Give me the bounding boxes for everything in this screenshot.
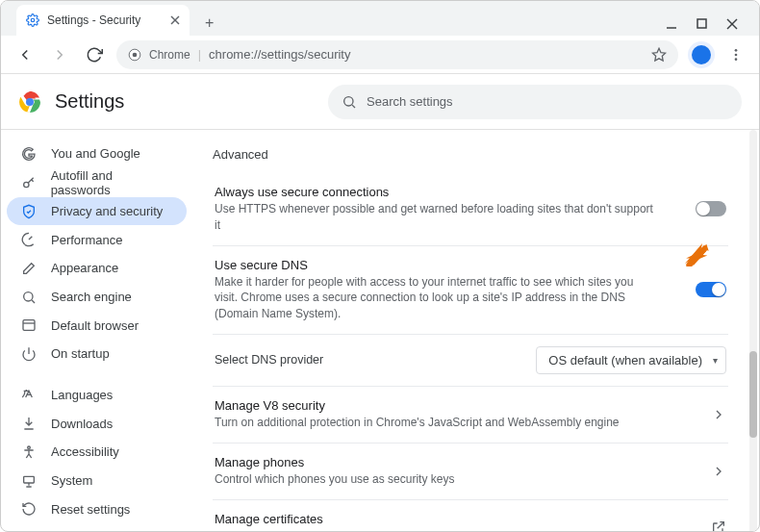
chevron-right-icon xyxy=(711,407,726,422)
sidebar-item-label: Search engine xyxy=(51,290,132,304)
close-tab-icon[interactable] xyxy=(170,15,180,25)
row-always-secure-connections: Always use secure connections Use HTTPS … xyxy=(213,173,728,246)
row-description: Manage HTTPS/SSL certificates and settin… xyxy=(215,528,445,532)
search-settings-input[interactable]: Search settings xyxy=(328,85,742,119)
section-heading-advanced: Advanced xyxy=(213,147,728,162)
bookmark-star-icon[interactable] xyxy=(651,47,667,63)
browser-toolbar: Chrome | chrome://settings/security xyxy=(1,36,759,74)
row-select-dns-provider: Select DNS provider OS default (when ava… xyxy=(213,335,728,387)
profile-avatar[interactable] xyxy=(688,41,715,68)
speedometer-icon xyxy=(20,232,38,247)
chevron-right-icon xyxy=(711,464,726,479)
row-title: Always use secure connections xyxy=(215,185,657,199)
sidebar-item-label: Performance xyxy=(51,233,122,247)
sidebar-item-label: Default browser xyxy=(51,318,139,333)
row-description: Control which phones you use as security… xyxy=(215,471,454,488)
sidebar-item-default-browser[interactable]: Default browser xyxy=(7,311,187,340)
sidebar-item-performance[interactable]: Performance xyxy=(7,225,187,254)
row-description: Use HTTPS whenever possible and get warn… xyxy=(215,201,657,234)
toggle-always-secure-connections[interactable] xyxy=(696,201,726,216)
svg-point-24 xyxy=(28,446,31,449)
content-scrollbar[interactable] xyxy=(747,130,759,532)
download-icon xyxy=(20,416,38,431)
toggle-use-secure-dns[interactable] xyxy=(696,282,726,297)
back-button[interactable] xyxy=(13,42,38,67)
row-title: Manage V8 security xyxy=(215,398,620,413)
search-icon xyxy=(20,290,38,305)
omnibox-url: chrome://settings/security xyxy=(209,47,350,62)
chrome-logo-icon xyxy=(18,90,41,114)
browser-tab[interactable]: Settings - Security xyxy=(16,5,190,36)
settings-header: Settings Search settings xyxy=(1,74,759,130)
sidebar-item-label: Languages xyxy=(51,388,113,402)
row-description: Make it harder for people with access to… xyxy=(215,274,657,322)
sidebar-item-appearance[interactable]: Appearance xyxy=(7,254,187,283)
sidebar-item-you-and-google[interactable]: You and Google xyxy=(7,139,187,168)
row-title: Manage certificates xyxy=(215,512,445,526)
browser-icon xyxy=(20,317,38,333)
svg-rect-21 xyxy=(23,320,35,331)
search-icon xyxy=(342,94,357,110)
sidebar-item-label: You and Google xyxy=(51,146,140,161)
svg-point-12 xyxy=(735,58,738,61)
title-bar: Settings - Security + xyxy=(1,1,759,36)
address-bar[interactable]: Chrome | chrome://settings/security xyxy=(116,40,678,69)
sidebar-item-search-engine[interactable]: Search engine xyxy=(7,283,187,312)
page-title: Settings xyxy=(55,90,124,113)
sidebar-item-privacy-security[interactable]: Privacy and security xyxy=(7,197,187,226)
sidebar-item-reset-settings[interactable]: Reset settings xyxy=(7,494,187,523)
tab-title: Settings - Security xyxy=(47,13,140,27)
sidebar-item-on-startup[interactable]: On startup xyxy=(7,340,187,368)
google-g-icon xyxy=(20,146,38,162)
sidebar-item-label: System xyxy=(51,473,92,488)
dns-provider-select[interactable]: OS default (when available) xyxy=(536,346,726,374)
shield-icon xyxy=(20,204,38,219)
row-label: Select DNS provider xyxy=(215,353,323,367)
sidebar-item-languages[interactable]: Languages xyxy=(7,381,187,410)
sidebar-item-label: Privacy and security xyxy=(51,204,163,218)
svg-point-11 xyxy=(735,53,738,56)
power-icon xyxy=(20,346,38,362)
settings-content: Advanced Always use secure connections U… xyxy=(193,130,747,532)
language-icon xyxy=(20,388,38,403)
sidebar-item-accessibility[interactable]: Accessibility xyxy=(7,438,187,467)
close-window-button[interactable] xyxy=(726,18,738,30)
palette-icon xyxy=(20,261,38,276)
sidebar-item-label: Reset settings xyxy=(51,502,130,517)
svg-point-16 xyxy=(344,96,353,105)
row-description: Turn on additional protection in Chrome'… xyxy=(215,415,620,431)
svg-point-19 xyxy=(24,291,33,300)
svg-rect-25 xyxy=(24,476,35,483)
row-manage-certificates[interactable]: Manage certificates Manage HTTPS/SSL cer… xyxy=(213,500,728,532)
sidebar-item-label: On startup xyxy=(51,346,110,361)
new-tab-button[interactable]: + xyxy=(197,11,221,36)
settings-sidebar: You and Google Autofill and passwords Pr… xyxy=(1,130,193,532)
svg-point-18 xyxy=(23,182,28,187)
maximize-button[interactable] xyxy=(697,18,707,30)
reload-button[interactable] xyxy=(82,42,107,67)
row-manage-v8-security[interactable]: Manage V8 security Turn on additional pr… xyxy=(213,387,728,443)
sidebar-item-label: Downloads xyxy=(51,417,113,431)
svg-rect-4 xyxy=(697,19,706,28)
settings-gear-icon xyxy=(26,13,39,27)
forward-button[interactable] xyxy=(47,42,72,67)
svg-point-8 xyxy=(133,52,138,57)
external-link-icon xyxy=(711,519,726,532)
row-title: Use secure DNS xyxy=(215,258,657,272)
row-use-secure-dns: Use secure DNS Make it harder for people… xyxy=(213,246,728,335)
svg-point-10 xyxy=(735,49,738,52)
menu-dots-icon[interactable] xyxy=(724,43,747,66)
key-icon xyxy=(20,175,38,190)
sidebar-item-autofill[interactable]: Autofill and passwords xyxy=(7,168,187,197)
reset-icon xyxy=(20,501,38,517)
system-icon xyxy=(20,473,38,489)
minimize-button[interactable] xyxy=(666,18,677,30)
sidebar-item-downloads[interactable]: Downloads xyxy=(7,409,187,438)
select-value: OS default (when available) xyxy=(548,353,702,367)
sidebar-item-label: Accessibility xyxy=(51,444,119,459)
callout-arrow-icon xyxy=(682,238,711,266)
sidebar-item-system[interactable]: System xyxy=(7,467,187,495)
sidebar-item-label: Appearance xyxy=(51,261,118,275)
sidebar-item-label: Autofill and passwords xyxy=(51,168,173,197)
row-manage-phones[interactable]: Manage phones Control which phones you u… xyxy=(213,443,728,500)
